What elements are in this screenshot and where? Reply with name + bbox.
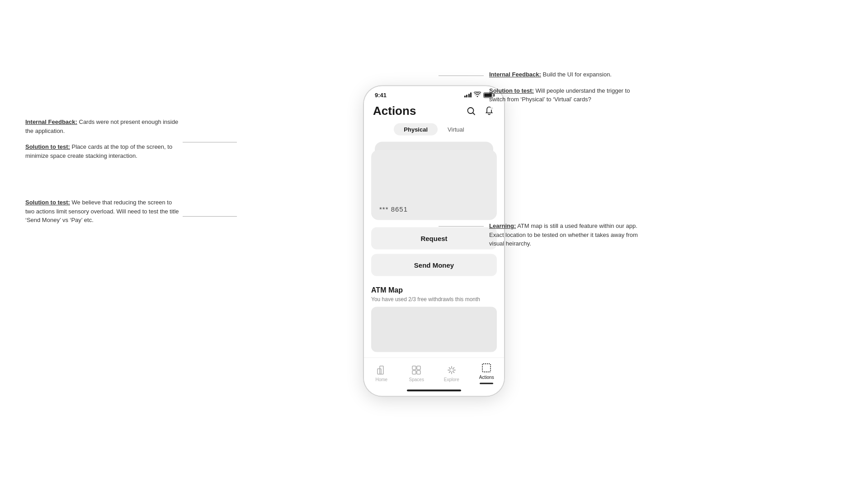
right-annot-2-line <box>439 226 484 227</box>
explore-icon <box>446 365 457 376</box>
nav-actions[interactable]: Actions <box>473 363 500 384</box>
nav-explore-label: Explore <box>444 377 459 382</box>
nav-actions-label: Actions <box>479 375 494 380</box>
send-money-button[interactable]: Send Money <box>371 254 497 276</box>
atm-map[interactable] <box>371 307 497 352</box>
left-annot-1-text: Internal Feedback: Cards were not presen… <box>25 118 179 160</box>
left-annot-2-text: Solution to test: We believe that reduci… <box>25 198 179 225</box>
nav-home[interactable]: Home <box>368 365 395 382</box>
spaces-icon <box>411 365 422 376</box>
svg-rect-4 <box>380 366 383 374</box>
right-annot-2-label: Learning: <box>489 222 516 229</box>
atm-subtitle: You have used 2/3 free withdrawls this m… <box>371 296 497 302</box>
bottom-nav: Home Spaces <box>364 358 504 387</box>
nav-home-label: Home <box>375 377 387 382</box>
left-annotation-1: Internal Feedback: Cards were not presen… <box>25 118 237 160</box>
actions-icon <box>481 363 492 373</box>
left-annot-1-line <box>183 142 237 142</box>
right-annot-1-text: Internal Feedback: Build the UI for expa… <box>489 70 643 104</box>
right-annot-1-sol-label: Solution to test: <box>489 87 534 94</box>
status-time: 9:41 <box>375 92 387 99</box>
nav-spaces[interactable]: Spaces <box>403 365 430 382</box>
app-header: Actions <box>364 102 504 123</box>
right-annot-1-body: Build the UI for expansion. <box>543 71 612 78</box>
nav-spaces-label: Spaces <box>409 377 424 382</box>
page-title: Actions <box>373 104 416 118</box>
svg-rect-6 <box>417 366 420 370</box>
search-button[interactable] <box>465 105 477 117</box>
atm-section: ATM Map You have used 2/3 free withdrawl… <box>364 283 504 358</box>
svg-rect-3 <box>377 369 381 374</box>
left-annot-2-label: Solution to test: <box>25 199 70 206</box>
right-annot-1-label: Internal Feedback: <box>489 71 541 78</box>
card-number: *** 8651 <box>379 205 408 213</box>
left-annot-2-line <box>183 216 237 217</box>
card-stack[interactable]: *** 8651 <box>371 142 497 221</box>
svg-rect-7 <box>412 371 416 374</box>
right-annot-2-text: Learning: ATM map is still a used featur… <box>489 222 643 248</box>
card-area: *** 8651 <box>364 142 504 227</box>
home-icon <box>376 365 387 376</box>
header-actions <box>465 105 495 117</box>
home-bar <box>407 390 461 392</box>
svg-rect-8 <box>417 371 420 374</box>
left-annotation-2: Solution to test: We believe that reduci… <box>25 198 237 225</box>
nav-explore[interactable]: Explore <box>438 365 465 382</box>
svg-point-2 <box>491 107 493 109</box>
tab-bar: Physical Virtual <box>364 123 504 142</box>
right-annot-1-line <box>439 76 484 76</box>
svg-rect-9 <box>482 364 491 372</box>
nav-active-indicator <box>480 383 493 384</box>
tab-physical[interactable]: Physical <box>394 123 438 136</box>
notification-button[interactable] <box>483 105 495 117</box>
left-annot-1-label: Internal Feedback: <box>25 118 77 125</box>
home-indicator <box>364 387 504 396</box>
right-annotation-2: Learning: ATM map is still a used featur… <box>439 222 643 248</box>
right-annotation-1: Internal Feedback: Build the UI for expa… <box>439 70 643 104</box>
left-annot-1-sol-label: Solution to test: <box>25 143 70 150</box>
card-front[interactable]: *** 8651 <box>371 150 497 220</box>
atm-title: ATM Map <box>371 286 497 294</box>
svg-rect-5 <box>412 366 416 370</box>
tab-virtual[interactable]: Virtual <box>438 123 474 136</box>
